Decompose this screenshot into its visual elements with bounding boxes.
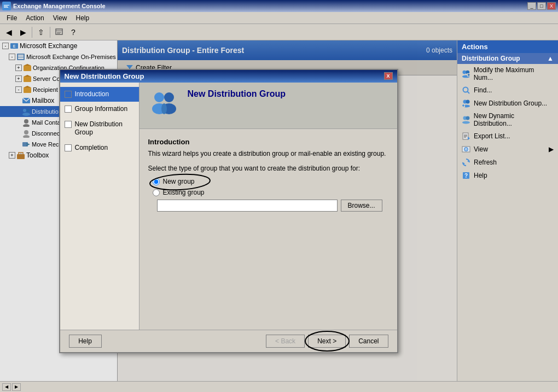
right-panel: Actions Distribution Group ▲ Modify the … xyxy=(457,40,558,392)
radio-new-group-input[interactable] xyxy=(153,178,160,185)
minimize-button[interactable]: _ xyxy=(527,2,536,10)
dialog-title: New Distribution Group xyxy=(118,72,144,80)
maximize-button[interactable]: □ xyxy=(537,2,546,10)
svg-point-40 xyxy=(462,71,466,74)
action-refresh-label: Refresh xyxy=(474,159,497,166)
window-title: Exchange Management Console xyxy=(13,3,106,9)
radio-group: New group xyxy=(153,178,388,212)
svg-rect-2 xyxy=(4,6,8,7)
action-modify-max-label: Modify the Maximum Num... xyxy=(474,66,554,81)
toolbar-separator xyxy=(32,27,32,38)
action-export-list[interactable]: Export List... xyxy=(457,130,558,143)
menu-view[interactable]: View xyxy=(49,13,72,23)
toolbar-separator-2 xyxy=(50,27,50,38)
nav-item-completion[interactable]: Completion xyxy=(118,141,139,156)
action-refresh[interactable]: Refresh xyxy=(457,156,558,169)
back-button[interactable]: ◀ xyxy=(2,26,15,38)
help-action-icon: ? xyxy=(462,171,470,180)
title-bar-controls: _ □ X xyxy=(527,2,556,10)
dialog-close-button[interactable]: X xyxy=(384,72,393,80)
radio-new-group: New group xyxy=(153,178,388,185)
browse-input[interactable] xyxy=(157,200,338,212)
actions-section-label: Distribution Group xyxy=(462,55,520,62)
browse-row: Browse... xyxy=(157,200,388,212)
radio-existing-group-label: Existing group xyxy=(163,189,205,196)
dialog-wizard-heading: New Distribution Group xyxy=(188,89,286,101)
svg-point-33 xyxy=(154,92,164,102)
modify-max-icon xyxy=(462,69,470,78)
title-bar-left: Exchange Management Console xyxy=(2,2,106,10)
nav-item-new-dist-group[interactable]: New Distribution Group xyxy=(118,117,139,141)
cancel-button[interactable]: Cancel xyxy=(349,335,388,348)
svg-point-56 xyxy=(462,121,470,124)
dialog-content-body: Introduction This wizard helps you creat… xyxy=(140,129,397,330)
menu-file[interactable]: File xyxy=(2,13,21,23)
dialog-footer: Help < Back Next > Cancel xyxy=(118,330,397,352)
svg-marker-61 xyxy=(468,137,470,140)
action-find[interactable]: Find... xyxy=(457,84,558,97)
action-view[interactable]: View ▶ xyxy=(457,143,558,156)
main-layout: - E Microsoft Exchange - Microsoft Excha… xyxy=(0,40,558,392)
actions-title: Actions xyxy=(457,40,558,53)
export-list-icon xyxy=(462,132,470,141)
status-right-arrow[interactable]: ▶ xyxy=(12,383,21,391)
status-left-arrow[interactable]: ◀ xyxy=(2,383,11,391)
new-group-circled: New group xyxy=(153,178,195,185)
dialog-title-controls: X xyxy=(384,72,393,80)
find-icon xyxy=(462,86,470,95)
view-submenu-arrow: ▶ xyxy=(549,145,554,153)
svg-point-64 xyxy=(466,149,467,150)
dialog-body: Introduction Group Information New Distr… xyxy=(118,83,397,330)
actions-section-arrow: ▲ xyxy=(547,55,554,62)
dialog-overlay: New Distribution Group X Introduction xyxy=(118,40,457,381)
footer-right: < Back Next > Cancel xyxy=(266,335,388,348)
dialog-nav: Introduction Group Information New Distr… xyxy=(118,83,140,330)
status-bar: ◀ ▶ xyxy=(0,381,558,392)
nav-label-new-dist-group: New Distribution Group xyxy=(118,120,135,137)
favorites-button[interactable] xyxy=(53,26,66,38)
action-modify-max[interactable]: Modify the Maximum Num... xyxy=(457,64,558,84)
radio-new-group-label: New group xyxy=(163,178,195,185)
svg-point-46 xyxy=(463,87,468,92)
action-view-label: View xyxy=(474,145,488,153)
radio-existing-group-input[interactable] xyxy=(153,189,160,196)
action-new-dist-group[interactable]: New Distribution Group... xyxy=(457,97,558,110)
refresh-icon xyxy=(462,158,470,167)
nav-item-group-info[interactable]: Group Information xyxy=(118,102,139,117)
dialog-heading-text: New Distribution Group xyxy=(188,89,286,99)
radio-existing-group: Existing group xyxy=(153,189,388,196)
browse-button[interactable]: Browse... xyxy=(341,200,382,212)
action-new-dynamic-dist[interactable]: New Dynamic Distribution... xyxy=(457,110,558,130)
menu-help[interactable]: Help xyxy=(72,13,94,23)
svg-point-49 xyxy=(466,100,470,104)
action-find-label: Find... xyxy=(474,86,492,94)
back-button[interactable]: < Back xyxy=(266,335,305,348)
forward-button[interactable]: ▶ xyxy=(16,26,30,38)
action-new-dist-group-label: New Distribution Group... xyxy=(474,100,547,107)
svg-text:?: ? xyxy=(464,173,468,179)
title-bar: Exchange Management Console _ □ X xyxy=(0,0,558,12)
svg-point-37 xyxy=(161,103,167,114)
close-button[interactable]: X xyxy=(547,2,556,10)
menu-action[interactable]: Action xyxy=(21,13,48,23)
action-new-dynamic-label: New Dynamic Distribution... xyxy=(474,112,554,127)
app-icon xyxy=(2,2,11,10)
dialog-content: New Distribution Group Introduction This… xyxy=(140,83,397,330)
new-distribution-group-dialog: New Distribution Group X Introduction xyxy=(118,69,398,353)
new-dynamic-dist-icon xyxy=(462,115,470,124)
status-arrows: ◀ ▶ xyxy=(2,383,21,391)
view-icon xyxy=(462,145,470,154)
svg-line-47 xyxy=(468,92,470,94)
intro-description: This wizard helps you create a distribut… xyxy=(148,149,388,159)
nav-label-group-info: Group Information xyxy=(118,105,127,114)
center-panel: Distribution Group - Entire Forest 0 obj… xyxy=(118,40,457,392)
wizard-icon xyxy=(148,89,181,122)
up-button[interactable]: ⇧ xyxy=(34,26,48,38)
action-help[interactable]: ? Help xyxy=(457,169,558,182)
svg-point-55 xyxy=(466,116,469,120)
nav-item-introduction[interactable]: Introduction xyxy=(118,87,139,102)
action-export-label: Export List... xyxy=(474,132,510,140)
menu-bar: File Action View Help xyxy=(0,12,558,24)
next-button[interactable]: Next > xyxy=(308,335,346,348)
help-toolbar-button[interactable]: ? xyxy=(67,26,80,38)
